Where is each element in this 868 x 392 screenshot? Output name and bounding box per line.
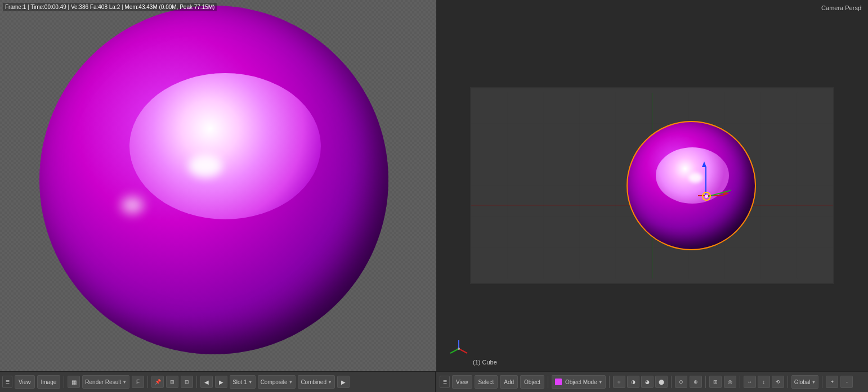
object-mode-icon (554, 378, 562, 386)
viewport-axis-indicator (448, 337, 470, 360)
left-render-panel: Frame:1 | Time:00:00.49 | Ve:386 Fa:408 … (0, 0, 436, 371)
proportional-edit-btn[interactable]: ◎ (724, 376, 736, 388)
viewport-sep-6 (788, 376, 788, 388)
slot-dropdown[interactable]: Slot 1 ▼ (230, 375, 256, 389)
separator-1 (64, 376, 64, 388)
gizmo-y-axis (705, 167, 706, 195)
slot-icon-btn[interactable]: ▦ (68, 376, 80, 388)
overlay-toggle-btn[interactable]: ⊙ (675, 376, 687, 388)
viewport-add-menu[interactable]: Add (500, 375, 518, 389)
pin-icon-btn[interactable]: 📌 (151, 376, 164, 388)
rendered-shading-btn[interactable]: ⬤ (655, 376, 668, 388)
svg-line-18 (450, 349, 459, 353)
viewport-shading-cluster: ○ ◑ ◕ ⬤ (613, 376, 668, 388)
zoom-fit-icon-btn[interactable]: ⊞ (166, 376, 178, 388)
viewport-sep-3 (671, 376, 672, 388)
svg-point-19 (458, 348, 460, 350)
right-arrow-btn[interactable]: ▶ (337, 376, 350, 388)
view-menu-button[interactable]: View (15, 375, 35, 389)
material-shading-btn[interactable]: ◕ (641, 376, 654, 388)
transform-orientation-dropdown[interactable]: Global ▼ (791, 375, 819, 389)
remove-workspace-btn[interactable]: - (840, 376, 853, 388)
global-chevron: ▼ (812, 380, 816, 385)
object-mode-chevron: ▼ (598, 380, 603, 385)
viewport-label: Camera Persp (821, 4, 861, 11)
render-background: Frame:1 | Time:00:00.49 | Ve:386 Fa:408 … (0, 0, 436, 371)
image-editor-menu-icon[interactable]: ☰ (2, 376, 12, 388)
viewport-sep-2 (609, 376, 610, 388)
next-frame-btn[interactable]: ▶ (215, 376, 227, 388)
add-workspace-btn[interactable]: + (826, 376, 838, 388)
viewport-sep-7 (822, 376, 822, 388)
viewport-sphere-mesh (627, 121, 756, 250)
render-result-dropdown[interactable]: Render Result ▼ (82, 375, 129, 389)
rotate-tool-btn[interactable]: ↕ (758, 376, 770, 388)
combined-chevron: ▼ (328, 380, 332, 385)
main-area: Frame:1 | Time:00:00.49 | Ve:386 Fa:408 … (0, 0, 868, 371)
viewport-select-menu[interactable]: Select (475, 375, 498, 389)
render-specular-highlight-2 (121, 197, 144, 214)
composite-chevron: ▼ (288, 380, 293, 385)
gizmo-center-dot (705, 195, 708, 198)
image-editor-toolbar: ☰ View Image ▦ Render Result ▼ F 📌 ⊞ ⊟ ◀… (0, 372, 436, 392)
snap-toggle-btn[interactable]: ⊞ (709, 376, 722, 388)
slot-chevron: ▼ (248, 380, 253, 385)
render-stats: Frame:1 | Time:00:00.49 | Ve:386 Fa:408 … (3, 3, 217, 11)
object-name-label: (1) Cube (473, 359, 497, 366)
viewport-object-menu[interactable]: Object (520, 375, 544, 389)
axis-svg (448, 337, 470, 360)
render-specular-highlight-1 (189, 155, 222, 177)
render-result-chevron: ▼ (122, 380, 127, 385)
prev-frame-btn[interactable]: ◀ (200, 376, 213, 388)
render-sphere-inner (129, 73, 321, 219)
svg-line-17 (459, 349, 467, 353)
scale-tool-btn[interactable]: ⟲ (772, 376, 784, 388)
combined-dropdown[interactable]: Combined ▼ (298, 375, 335, 389)
separator-3 (196, 376, 197, 388)
render-sphere-outer (39, 6, 388, 354)
f-button[interactable]: F (132, 376, 144, 388)
viewport-sep-4 (705, 376, 706, 388)
wireframe-shading-btn[interactable]: ○ (613, 376, 625, 388)
object-mode-dropdown[interactable]: Object Mode ▼ (552, 375, 606, 389)
gizmo-y-tip (702, 161, 706, 167)
viewport-view-menu[interactable]: View (452, 375, 472, 389)
move-tool-btn[interactable]: ↔ (744, 376, 756, 388)
gizmo-toggle-btn[interactable]: ⊕ (690, 376, 702, 388)
3d-viewport-toolbar: ☰ View Select Add Object Object Mode ▼ ○… (436, 372, 868, 392)
image-menu-button[interactable]: Image (37, 375, 61, 389)
viewport-sep-1 (548, 376, 548, 388)
zoom-out-icon-btn[interactable]: ⊟ (181, 376, 193, 388)
bottom-toolbar: ☰ View Image ▦ Render Result ▼ F 📌 ⊞ ⊟ ◀… (0, 371, 868, 392)
composite-dropdown[interactable]: Composite ▼ (258, 375, 296, 389)
solid-shading-btn[interactable]: ◑ (627, 376, 639, 388)
viewport-sep-5 (740, 376, 740, 388)
3d-viewport-panel: Camera Persp + (436, 0, 868, 371)
3d-viewport-menu-icon[interactable]: ☰ (440, 376, 450, 388)
separator-2 (147, 376, 148, 388)
transform-tools-cluster: ↔ ↕ ⟲ (744, 376, 784, 388)
viewport-sphere (627, 121, 756, 250)
transform-gizmo (690, 167, 723, 212)
camera-viewport-box (470, 87, 834, 284)
